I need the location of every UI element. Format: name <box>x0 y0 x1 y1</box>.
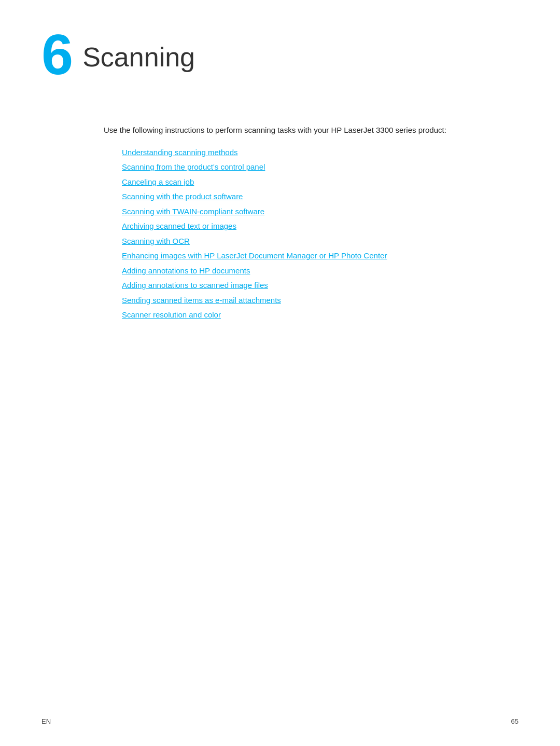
toc-link-item[interactable]: Enhancing images with HP LaserJet Docume… <box>122 250 519 262</box>
chapter-header: 6 Scanning <box>41 31 519 83</box>
toc-link-item[interactable]: Archiving scanned text or images <box>122 220 519 232</box>
page-container: 6 Scanning Use the following instruction… <box>0 0 560 746</box>
page-footer: EN 65 <box>41 717 519 725</box>
toc-link-item[interactable]: Scanning with OCR <box>122 236 519 247</box>
chapter-title: Scanning <box>82 31 195 73</box>
footer-language: EN <box>41 717 51 725</box>
toc-link-item[interactable]: Understanding scanning methods <box>122 147 519 159</box>
toc-link-item[interactable]: Scanning with the product software <box>122 191 519 203</box>
toc-list: Understanding scanning methodsScanning f… <box>122 147 519 321</box>
toc-link-item[interactable]: Adding annotations to HP documents <box>122 265 519 277</box>
intro-text: Use the following instructions to perfor… <box>104 125 508 136</box>
footer-page-number: 65 <box>511 717 519 725</box>
toc-link-item[interactable]: Scanner resolution and color <box>122 309 519 321</box>
toc-link-item[interactable]: Adding annotations to scanned image file… <box>122 280 519 292</box>
toc-link-item[interactable]: Sending scanned items as e-mail attachme… <box>122 295 519 307</box>
chapter-number: 6 <box>41 26 73 83</box>
toc-link-item[interactable]: Canceling a scan job <box>122 176 519 188</box>
toc-link-item[interactable]: Scanning with TWAIN-compliant software <box>122 206 519 218</box>
toc-link-item[interactable]: Scanning from the product's control pane… <box>122 161 519 173</box>
